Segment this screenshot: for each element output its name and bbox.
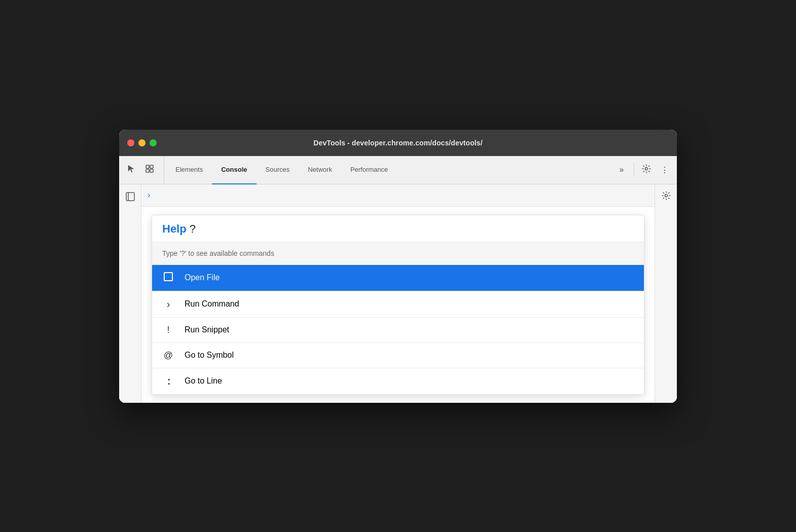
tab-performance[interactable]: Performance bbox=[341, 156, 397, 184]
maximize-button[interactable] bbox=[150, 139, 157, 146]
devtools-toolbar: Elements Console Sources Network Perform… bbox=[119, 156, 677, 184]
svg-rect-1 bbox=[150, 165, 153, 168]
close-button[interactable] bbox=[127, 139, 134, 146]
palette-hint: Type '?' to see available commands bbox=[152, 242, 644, 265]
run-snippet-label: Run Snippet bbox=[185, 325, 229, 334]
svg-rect-0 bbox=[146, 165, 149, 168]
tab-elements[interactable]: Elements bbox=[166, 156, 212, 184]
toolbar-right-actions: » ⋮ bbox=[609, 156, 673, 184]
settings-button[interactable] bbox=[638, 162, 655, 178]
right-panel-toolbar bbox=[655, 184, 677, 403]
left-sidebar bbox=[119, 184, 141, 403]
more-options-icon: ⋮ bbox=[661, 165, 669, 175]
second-toolbar: › bbox=[141, 184, 655, 207]
cursor-tool-icon bbox=[127, 164, 136, 176]
palette-item-go-to-line[interactable]: : Go to Line bbox=[152, 368, 644, 394]
go-to-line-icon: : bbox=[162, 375, 174, 387]
palette-item-go-to-symbol[interactable]: @ Go to Symbol bbox=[152, 343, 644, 368]
toolbar-tool-icons bbox=[123, 156, 164, 184]
command-palette: Help ? Type '?' to see available command… bbox=[152, 215, 644, 395]
more-tabs-icon: » bbox=[620, 165, 624, 174]
run-command-icon: › bbox=[162, 298, 174, 310]
svg-rect-2 bbox=[146, 169, 149, 172]
minimize-button[interactable] bbox=[138, 139, 146, 146]
tab-sources[interactable]: Sources bbox=[257, 156, 299, 184]
cursor-tool-button[interactable] bbox=[123, 162, 139, 178]
window-title: DevTools - developer.chrome.com/docs/dev… bbox=[313, 139, 482, 147]
more-options-button[interactable]: ⋮ bbox=[657, 162, 673, 178]
devtools-tabs: Elements Console Sources Network Perform… bbox=[166, 156, 609, 184]
palette-header: Help ? bbox=[152, 215, 644, 242]
open-file-icon bbox=[162, 272, 174, 284]
palette-hint-text: Type '?' to see available commands bbox=[162, 249, 274, 257]
palette-help-label: Help bbox=[162, 222, 187, 236]
layers-tool-button[interactable] bbox=[141, 162, 158, 178]
palette-item-run-command[interactable]: › Run Command bbox=[152, 291, 644, 318]
run-command-label: Run Command bbox=[185, 299, 239, 309]
palette-item-run-snippet[interactable]: ! Run Snippet bbox=[152, 318, 644, 343]
tab-network[interactable]: Network bbox=[299, 156, 341, 184]
more-tabs-button[interactable]: » bbox=[613, 162, 630, 178]
open-file-label: Open File bbox=[185, 273, 220, 282]
titlebar: DevTools - developer.chrome.com/docs/dev… bbox=[119, 130, 677, 156]
browser-window: DevTools - developer.chrome.com/docs/dev… bbox=[119, 130, 677, 403]
devtools-panel: Elements Console Sources Network Perform… bbox=[119, 156, 677, 403]
sidebar-panel-icon[interactable] bbox=[122, 188, 138, 205]
right-gear-button[interactable] bbox=[658, 188, 674, 205]
layers-tool-icon bbox=[145, 164, 154, 176]
content-area: › Help ? Type '?' to see available comma… bbox=[119, 184, 677, 403]
svg-rect-4 bbox=[126, 193, 134, 201]
palette-item-open-file[interactable]: Open File bbox=[152, 265, 644, 291]
go-to-line-label: Go to Line bbox=[185, 376, 222, 386]
traffic-lights bbox=[127, 139, 157, 146]
go-to-symbol-icon: @ bbox=[162, 350, 174, 361]
gear-icon bbox=[642, 164, 651, 175]
go-to-symbol-label: Go to Symbol bbox=[185, 351, 234, 360]
tab-console[interactable]: Console bbox=[212, 156, 256, 184]
breadcrumb-chevron[interactable]: › bbox=[148, 191, 150, 200]
svg-rect-3 bbox=[150, 169, 153, 172]
right-gear-icon bbox=[662, 191, 671, 202]
run-snippet-icon: ! bbox=[162, 325, 174, 335]
palette-cursor: ? bbox=[190, 222, 196, 236]
toolbar-divider bbox=[634, 163, 634, 177]
main-panel: › Help ? Type '?' to see available comma… bbox=[141, 184, 655, 403]
